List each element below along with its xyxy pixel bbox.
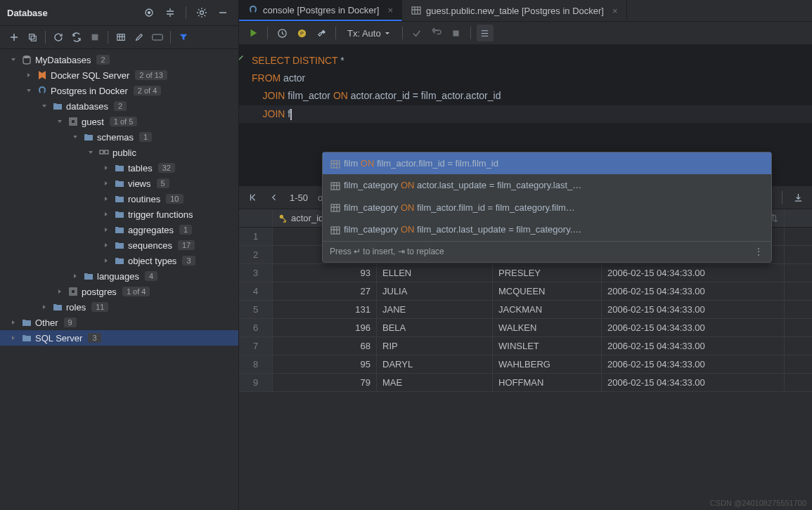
close-icon[interactable]: × — [612, 6, 618, 16]
tree-node-schemas[interactable]: schemas1 — [0, 129, 238, 145]
table-row[interactable]: 979MAEHOFFMAN2006-02-15 04:34:33.00 — [239, 374, 812, 392]
rownum-cell[interactable]: 8 — [239, 355, 273, 373]
close-icon[interactable]: × — [387, 5, 393, 15]
collapse-icon[interactable] — [162, 4, 179, 21]
chevron-down-icon[interactable] — [24, 86, 34, 96]
sync-icon[interactable] — [68, 29, 85, 46]
chevron-right-icon[interactable] — [101, 194, 111, 204]
sql-icon[interactable] — [149, 29, 166, 46]
stop-icon[interactable] — [86, 29, 103, 46]
chevron-down-icon[interactable] — [86, 148, 96, 157]
table-row[interactable]: 427JULIAMCQUEEN2006-02-15 04:34:33.00 — [239, 282, 812, 301]
tree-node-public[interactable]: public — [0, 145, 238, 160]
completion-item[interactable]: film_category ON film_actor.last_update … — [323, 218, 771, 240]
prev-page-icon[interactable] — [266, 189, 283, 206]
tree-node-sequences[interactable]: sequences17 — [0, 237, 238, 253]
chevron-down-icon[interactable] — [39, 101, 49, 111]
tree-node-views[interactable]: views5 — [0, 176, 238, 191]
editor-tab[interactable]: console [Postgres in Docker]× — [239, 0, 402, 21]
cell-last_name[interactable]: JACKMAN — [493, 301, 602, 318]
sql-editor[interactable]: SELECT DISTINCT *FROM actor JOIN film_ac… — [239, 45, 812, 185]
chevron-right-icon[interactable] — [101, 209, 111, 219]
chevron-right-icon[interactable] — [101, 256, 111, 266]
rownum-cell[interactable]: 2 — [239, 246, 273, 263]
database-tree[interactable]: MyDatabases2Docker SQL Server2 of 13Post… — [0, 49, 238, 510]
cell-last_update[interactable]: 2006-02-15 04:34:33.00 — [602, 264, 785, 282]
rownum-header[interactable] — [239, 209, 273, 227]
download-icon[interactable] — [790, 189, 806, 206]
chevron-right-icon[interactable] — [8, 318, 18, 327]
tree-node-roles[interactable]: roles11 — [0, 299, 238, 315]
cell-first_name[interactable]: RIP — [377, 337, 493, 355]
cell-actor_id[interactable]: 196 — [273, 319, 377, 336]
chevron-right-icon[interactable] — [70, 271, 80, 281]
tree-node-Postgres-in-Docker[interactable]: Postgres in Docker2 of 4 — [0, 83, 238, 98]
cell-first_name[interactable]: JANE — [377, 301, 493, 318]
chevron-right-icon[interactable] — [24, 70, 34, 80]
first-page-icon[interactable] — [245, 189, 262, 206]
edit-icon[interactable] — [131, 29, 148, 46]
cell-last_update[interactable]: 2006-02-15 04:34:33.00 — [602, 282, 785, 300]
chevron-right-icon[interactable] — [101, 240, 111, 250]
rownum-cell[interactable]: 1 — [239, 228, 273, 245]
tree-node-trigger-functions[interactable]: trigger functions — [0, 207, 238, 222]
history-icon[interactable] — [273, 25, 290, 41]
table-row[interactable]: 6196BELAWALKEN2006-02-15 04:34:33.00 — [239, 319, 812, 337]
table-icon[interactable] — [112, 29, 129, 46]
copy-icon[interactable] — [24, 29, 41, 46]
rownum-cell[interactable]: 7 — [239, 337, 273, 355]
cell-first_name[interactable]: BELA — [377, 319, 493, 336]
code-line[interactable]: JOIN film_actor ON actor.actor_id = film… — [252, 87, 799, 105]
tree-node-databases[interactable]: databases2 — [0, 98, 238, 114]
add-icon[interactable] — [6, 29, 22, 46]
target-icon[interactable] — [141, 4, 157, 21]
chevron-down-icon[interactable] — [8, 55, 18, 65]
tree-node-object-types[interactable]: object types3 — [0, 253, 238, 268]
editor-tab[interactable]: guest.public.new_table [Postgres in Dock… — [402, 0, 627, 21]
rownum-cell[interactable]: 4 — [239, 282, 273, 300]
explain-icon[interactable]: P — [293, 25, 310, 41]
chevron-right-icon[interactable] — [101, 163, 111, 173]
table-row[interactable]: 895DARYLWAHLBERG2006-02-15 04:34:33.00 — [239, 355, 812, 374]
tree-node-languages[interactable]: languages4 — [0, 268, 238, 284]
rownum-cell[interactable]: 5 — [239, 301, 273, 318]
cell-last_name[interactable]: HOFFMAN — [493, 374, 602, 391]
tree-node-Docker-SQL-Server[interactable]: Docker SQL Server2 of 13 — [0, 67, 238, 83]
chevron-right-icon[interactable] — [101, 178, 111, 188]
refresh-icon[interactable] — [50, 29, 67, 46]
cell-first_name[interactable]: DARYL — [377, 355, 493, 373]
rollback-icon[interactable] — [428, 25, 445, 41]
cell-actor_id[interactable]: 93 — [273, 264, 377, 282]
tree-node-SQL-Server[interactable]: SQL Server3 — [0, 330, 238, 346]
completion-item[interactable]: film ON film_actor.film_id = film.film_i… — [323, 152, 771, 174]
table-row[interactable]: 393ELLENPRESLEY2006-02-15 04:34:33.00 — [239, 264, 812, 282]
cell-actor_id[interactable]: 68 — [273, 337, 377, 355]
commit-icon[interactable] — [408, 25, 425, 41]
softwrap-icon[interactable] — [477, 25, 494, 41]
filter-icon[interactable] — [175, 29, 192, 46]
tree-node-guest[interactable]: guest1 of 5 — [0, 114, 238, 129]
cell-actor_id[interactable]: 95 — [273, 355, 377, 373]
cell-first_name[interactable]: ELLEN — [377, 264, 493, 282]
chevron-right-icon[interactable] — [39, 302, 49, 312]
cell-last_update[interactable]: 2006-02-15 04:34:33.00 — [602, 355, 785, 373]
cell-last_update[interactable]: 2006-02-15 04:34:33.00 — [602, 374, 785, 391]
tree-node-aggregates[interactable]: aggregates1 — [0, 222, 238, 237]
cell-first_name[interactable]: MAE — [377, 374, 493, 391]
tx-mode-button[interactable]: Tx: Auto — [342, 27, 397, 40]
cell-first_name[interactable]: JULIA — [377, 282, 493, 300]
chevron-down-icon[interactable] — [55, 117, 65, 126]
gear-icon[interactable] — [193, 4, 210, 21]
cell-last_name[interactable]: MCQUEEN — [493, 282, 602, 300]
tree-node-postgres[interactable]: postgres1 of 4 — [0, 284, 238, 299]
completion-item[interactable]: film_category ON actor.last_update = fil… — [323, 174, 771, 196]
table-row[interactable]: 5131JANEJACKMAN2006-02-15 04:34:33.00 — [239, 301, 812, 319]
cell-last_name[interactable]: WAHLBERG — [493, 355, 602, 373]
rownum-cell[interactable]: 9 — [239, 374, 273, 391]
rownum-cell[interactable]: 3 — [239, 264, 273, 282]
chevron-right-icon[interactable] — [55, 287, 65, 296]
wrench-icon[interactable] — [313, 25, 330, 41]
cell-actor_id[interactable]: 131 — [273, 301, 377, 318]
chevron-right-icon[interactable] — [101, 225, 111, 235]
chevron-right-icon[interactable] — [8, 333, 18, 343]
